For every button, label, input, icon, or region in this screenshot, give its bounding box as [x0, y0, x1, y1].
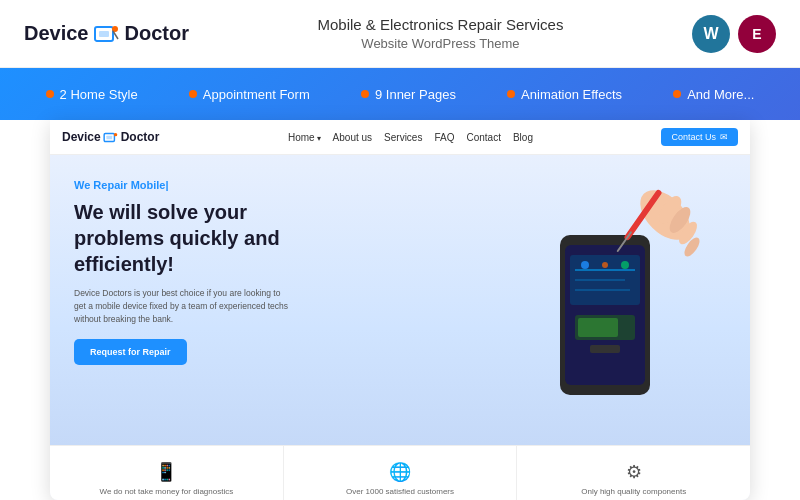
feature-item-1: 2 Home Style — [46, 87, 138, 102]
platform-icons: W E — [692, 15, 776, 53]
repair-btn-label: Request for Repair — [90, 347, 171, 357]
elementor-icon: E — [738, 15, 776, 53]
gear-icon: ⚙ — [626, 461, 642, 483]
stat-card-1: 📱 We do not take money for diagnostics — [50, 446, 284, 500]
logo-text1: Device — [24, 22, 89, 45]
feature-label-3: 9 Inner Pages — [375, 87, 456, 102]
contact-btn-label: Contact Us — [671, 132, 716, 142]
nav-services[interactable]: Services — [384, 132, 422, 143]
title-line2: Website WordPress Theme — [189, 35, 692, 53]
feature-item-3: 9 Inner Pages — [361, 87, 456, 102]
feature-label-2: Appointment Form — [203, 87, 310, 102]
stat-card-3: ⚙ Only high quality components — [517, 446, 750, 500]
browser-chrome: Device Doctor Home About us Services FAQ… — [50, 120, 750, 155]
feature-item-2: Appointment Form — [189, 87, 310, 102]
stat-card-2: 🌐 Over 1000 satisfied customers — [284, 446, 518, 500]
svg-rect-1 — [99, 31, 109, 37]
logo: Device Doctor — [24, 22, 189, 45]
stat-label-3: Only high quality components — [581, 487, 686, 497]
feature-dot-5 — [673, 90, 681, 98]
feature-dot-4 — [507, 90, 515, 98]
stat-label-1: We do not take money for diagnostics — [99, 487, 233, 497]
header-title: Mobile & Electronics Repair Services Web… — [189, 14, 692, 53]
mini-logo: Device Doctor — [62, 130, 159, 144]
hero-description: Device Doctors is your best choice if yo… — [74, 287, 294, 325]
preview-container: Device Doctor Home About us Services FAQ… — [50, 120, 750, 500]
feature-label-5: And More... — [687, 87, 754, 102]
globe-icon: 🌐 — [389, 461, 411, 483]
feature-item-4: Animation Effects — [507, 87, 622, 102]
feature-item-5: And More... — [673, 87, 754, 102]
nav-faq[interactable]: FAQ — [434, 132, 454, 143]
wordpress-icon: W — [692, 15, 730, 53]
hero-title: We will solve your problems quickly and … — [74, 199, 334, 277]
request-repair-button[interactable]: Request for Repair — [74, 339, 187, 365]
logo-icon — [93, 23, 121, 45]
nav-home[interactable]: Home — [288, 132, 321, 143]
mini-nav: Home About us Services FAQ Contact Blog — [288, 132, 533, 143]
feature-dot-2 — [189, 90, 197, 98]
stat-label-2: Over 1000 satisfied customers — [346, 487, 454, 497]
site-header: Device Doctor Mobile & Electronics Repai… — [0, 0, 800, 68]
features-bar: 2 Home Style Appointment Form 9 Inner Pa… — [0, 68, 800, 120]
nav-contact[interactable]: Contact — [466, 132, 500, 143]
hero-section: We Repair Mobile| We will solve your pro… — [50, 155, 750, 445]
stats-row: 📱 We do not take money for diagnostics 🌐… — [50, 445, 750, 500]
mini-logo-text1: Device — [62, 130, 101, 144]
nav-about[interactable]: About us — [333, 132, 372, 143]
hero-content: We Repair Mobile| We will solve your pro… — [50, 155, 750, 445]
logo-text2: Doctor — [125, 22, 189, 45]
svg-rect-5 — [106, 135, 112, 138]
contact-us-button[interactable]: Contact Us ✉ — [661, 128, 738, 146]
svg-point-6 — [114, 132, 117, 135]
nav-blog[interactable]: Blog — [513, 132, 533, 143]
feature-label-4: Animation Effects — [521, 87, 622, 102]
title-line1: Mobile & Electronics Repair Services — [189, 14, 692, 35]
hero-subtitle: We Repair Mobile| — [74, 179, 730, 191]
feature-dot-1 — [46, 90, 54, 98]
feature-dot-3 — [361, 90, 369, 98]
email-icon: ✉ — [720, 132, 728, 142]
mini-logo-text2: Doctor — [121, 130, 160, 144]
mobile-icon: 📱 — [155, 461, 177, 483]
feature-label-1: 2 Home Style — [60, 87, 138, 102]
